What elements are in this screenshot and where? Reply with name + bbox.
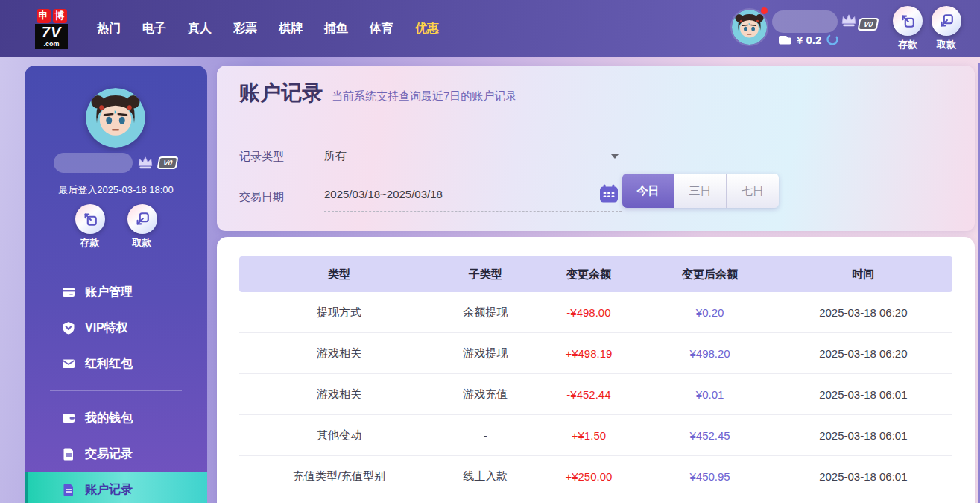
bank-card-icon: [62, 285, 75, 299]
table-row: 游戏相关 游戏充值 -¥452.44 ¥0.01 2025-03-18 06:0…: [239, 374, 952, 415]
last-login-text: 最后登入2025-03-18 18:00: [25, 183, 207, 197]
deposit-button[interactable]: 存款: [72, 204, 108, 250]
col-change: 变更余额: [531, 268, 645, 282]
sidebar-menu: 账户管理 VIP特权 红利红包: [25, 274, 207, 503]
crown-icon: [137, 156, 154, 170]
nav-lottery[interactable]: 彩票: [233, 21, 257, 37]
date-range-value: 2025/03/18~2025/03/18: [324, 188, 443, 200]
range-7days-button[interactable]: 七日: [727, 174, 779, 208]
range-today-button[interactable]: 今日: [622, 174, 674, 208]
table-header: 类型 子类型 变更余额 变更后余额 时间: [239, 256, 952, 292]
page-subtitle: 当前系统支持查询最近7日的账户记录: [332, 89, 516, 104]
table-row: 充值类型/充值型别 线上入款 +¥250.00 ¥450.95 2025-03-…: [239, 456, 952, 497]
sidebar-item-account-management[interactable]: 账户管理: [25, 274, 207, 310]
logo-brand: 7V: [35, 24, 68, 40]
nav-fishing[interactable]: 捕鱼: [324, 21, 348, 37]
document-icon: [62, 447, 75, 461]
envelope-icon: [62, 357, 75, 370]
col-time: 时间: [774, 268, 952, 282]
table-row: 游戏相关 游戏提现 +¥498.19 ¥498.20 2025-03-18 06…: [239, 333, 952, 374]
nav-sports[interactable]: 体育: [370, 21, 393, 37]
deposit-button[interactable]: 存款: [890, 6, 926, 51]
col-after-balance: 变更后余额: [645, 268, 774, 282]
withdraw-button[interactable]: 取款: [124, 204, 160, 250]
vip-shield-icon: [62, 321, 75, 335]
table-row: 其他变动 - +¥1.50 ¥452.45 2025-03-18 06:01: [239, 415, 952, 456]
col-subtype: 子类型: [439, 268, 531, 282]
vip-level-badge: V0: [157, 156, 179, 169]
refresh-balance-icon[interactable]: [826, 33, 839, 46]
page-title: 账户记录: [239, 79, 323, 107]
username-blurred: [54, 153, 133, 173]
chevron-down-icon: [611, 154, 619, 159]
site-logo[interactable]: 申 博 7V .com: [28, 9, 75, 49]
sidebar-item-bonus[interactable]: 红利红包: [25, 346, 207, 382]
divider: [50, 390, 182, 391]
records-table-panel: 类型 子类型 变更余额 变更后余额 时间 提现方式 余额提现 -¥498.00 …: [217, 237, 975, 503]
wallet-icon: [778, 34, 792, 45]
avatar[interactable]: [86, 88, 145, 148]
nav-promotions[interactable]: 优惠: [415, 21, 439, 37]
sidebar-item-account-records[interactable]: 账户记录: [25, 472, 207, 503]
logo-domain: .com: [35, 40, 68, 49]
table-row: 提现方式 余额提现 -¥498.00 ¥0.20 2025-03-18 06:2…: [239, 292, 952, 333]
calendar-icon[interactable]: [599, 184, 619, 203]
notification-dot: [761, 7, 768, 14]
date-range-label: 交易日期: [239, 190, 324, 212]
topbar-user-cluster: V0 ¥ 0.2: [732, 0, 960, 57]
col-type: 类型: [239, 268, 439, 282]
username-blurred: [772, 10, 838, 33]
document-icon: [62, 483, 75, 496]
deposit-icon: [82, 211, 98, 227]
record-type-select[interactable]: 所有: [324, 149, 622, 171]
withdraw-icon: [938, 13, 955, 29]
sidebar-item-wallet[interactable]: 我的钱包: [25, 400, 207, 436]
withdraw-button[interactable]: 取款: [929, 6, 964, 51]
date-quick-ranges: 今日 三日 七日: [622, 174, 779, 208]
nav-slots[interactable]: 电子: [142, 21, 166, 37]
withdraw-icon: [134, 211, 151, 227]
date-range-picker[interactable]: 2025/03/18~2025/03/18: [324, 184, 622, 212]
vip-level-badge: V0: [858, 18, 879, 31]
filter-panel: 账户记录 当前系统支持查询最近7日的账户记录 记录类型 所有 交易日期 2025…: [217, 66, 975, 231]
topbar: 申 博 7V .com 热门 电子 真人 彩票 棋牌 捕鱼 体育 优惠 V: [0, 0, 980, 57]
account-records-page: 申 博 7V .com 热门 电子 真人 彩票 棋牌 捕鱼 体育 优惠 V: [0, 0, 980, 503]
sidebar: V0 最后登入2025-03-18 18:00 存款 取款: [25, 66, 207, 503]
wallet-icon: [62, 411, 75, 425]
logo-char-2: 博: [53, 9, 67, 23]
balance-amount: ¥ 0.2: [797, 34, 821, 46]
crown-icon: [841, 13, 857, 28]
deposit-icon: [900, 13, 916, 29]
record-type-value: 所有: [324, 149, 347, 163]
logo-char-1: 申: [37, 9, 51, 23]
nav-live[interactable]: 真人: [188, 21, 212, 37]
range-3days-button[interactable]: 三日: [674, 174, 727, 208]
avatar[interactable]: [732, 10, 767, 45]
sidebar-item-transaction-records[interactable]: 交易记录: [25, 436, 207, 472]
nav-hot[interactable]: 热门: [97, 21, 121, 37]
record-type-label: 记录类型: [239, 150, 324, 171]
main-nav: 热门 电子 真人 彩票 棋牌 捕鱼 体育 优惠: [97, 21, 439, 37]
nav-cards[interactable]: 棋牌: [279, 21, 303, 37]
sidebar-item-vip[interactable]: VIP特权: [25, 310, 207, 346]
